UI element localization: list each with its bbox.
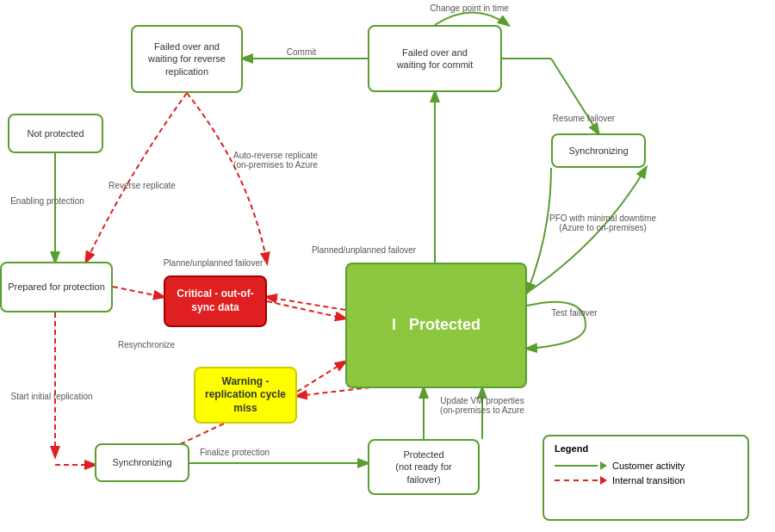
failed-over-reverse-node: Failed over andwaiting for reversereplic…	[131, 25, 243, 93]
failed-over-commit-node: Failed over andwaiting for commit	[368, 25, 502, 92]
legend-box: Legend Customer activity Internal transi…	[542, 435, 749, 521]
enabling-protection-label: Enabling protection	[0, 196, 95, 206]
warning-node: Warning -replication cyclemiss	[194, 367, 297, 424]
svg-line-8	[297, 362, 345, 392]
finalize-protection-label: Finalize protection	[185, 448, 284, 457]
legend-internal-item: Internal transition	[555, 475, 737, 486]
dashed-arrow-icon	[555, 479, 598, 481]
diagram: Not protected Prepared for protection Fa…	[0, 0, 775, 532]
test-failover-label: Test failover	[536, 308, 613, 318]
red-arrow-head-icon	[600, 476, 607, 485]
svg-line-5	[113, 287, 164, 297]
legend-customer-item: Customer activity	[555, 461, 737, 471]
planne-unplanned-label: Planne/unplanned failover	[151, 258, 276, 268]
synchronizing-bottom-node: Synchronizing	[95, 443, 189, 482]
resume-failover-label: Resume failover	[532, 114, 636, 123]
reverse-replicate-label: Reverse replicate	[86, 181, 198, 190]
pfo-minimal-label: PFO with minimal downtime(Azure to on-pr…	[542, 213, 663, 232]
protected-node: I Protected	[345, 263, 527, 388]
update-vm-label: Update VM properties(on-premises to Azur…	[422, 396, 542, 415]
svg-line-7	[267, 297, 345, 310]
change-point-label: Change point in time	[413, 3, 525, 13]
critical-node: Critical - out-of-sync data	[164, 275, 267, 327]
legend-title: Legend	[555, 443, 737, 454]
protected-not-ready-node: Protected(not ready forfailover)	[368, 439, 480, 495]
green-arrow-head-icon	[600, 461, 607, 470]
planned-unplanned-label: Planned/unplanned failover	[297, 245, 431, 255]
svg-line-6	[267, 301, 345, 319]
resynchronize-label: Resynchronize	[103, 340, 189, 350]
svg-line-10	[297, 387, 370, 396]
prepared-for-protection-node: Prepared for protection	[0, 262, 113, 312]
not-protected-node: Not protected	[8, 114, 103, 153]
synchronizing-top-node: Synchronizing	[551, 133, 646, 168]
start-initial-label: Start initial replication	[0, 392, 103, 401]
commit-label: Commit	[267, 47, 336, 57]
auto-reverse-label: Auto-reverse replicate(on-premises to Az…	[211, 151, 340, 170]
solid-arrow-icon	[555, 465, 598, 467]
